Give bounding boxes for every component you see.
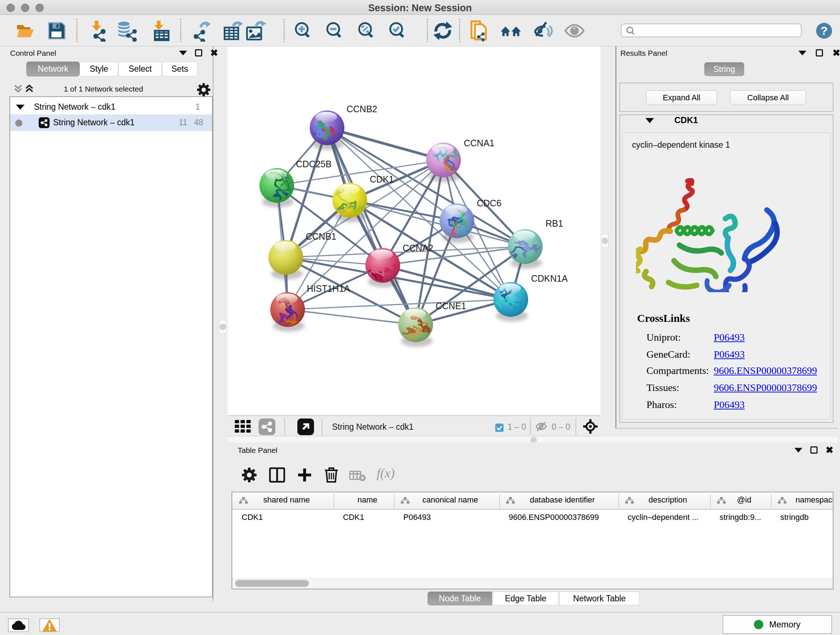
svg-text:CCNE1: CCNE1 xyxy=(436,301,466,311)
svg-text:HIST1H1A: HIST1H1A xyxy=(307,283,350,294)
svg-text:CDC25B: CDC25B xyxy=(296,159,332,169)
svg-text:CCNB1: CCNB1 xyxy=(306,231,336,241)
svg-text:CDC6: CDC6 xyxy=(477,198,501,208)
svg-text:CDK1: CDK1 xyxy=(370,174,394,184)
svg-text:RB1: RB1 xyxy=(546,218,563,228)
svg-text:CCNA2: CCNA2 xyxy=(403,243,433,253)
svg-text:CCNA1: CCNA1 xyxy=(464,138,494,148)
svg-text:CCNB2: CCNB2 xyxy=(347,104,377,114)
svg-text:CDKN1A: CDKN1A xyxy=(531,273,568,283)
